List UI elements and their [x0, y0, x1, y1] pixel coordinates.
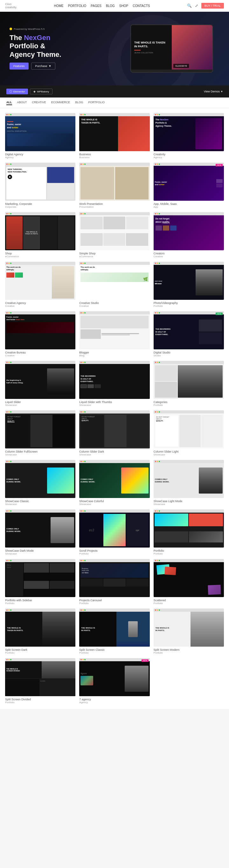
thumb-col-dark: DO NOT FORGETABOUT QUALITY. — [79, 410, 149, 448]
grid-item-showcase-colorful[interactable]: COMES ONLYDURING WORK. ShowCase Colorful… — [79, 460, 149, 506]
grid-item-portfolio-sidebar[interactable]: MenuItems Portfolio with Sidebar Portfol… — [5, 559, 76, 605]
new-badge: NEW — [216, 312, 223, 315]
tab-ecommerce[interactable]: ECOMMERCE — [51, 100, 70, 105]
thumb-creativity: The NexGenPortfolio &Agency Theme. — [153, 113, 224, 151]
grid-item-portfolio[interactable]: Portfolio Portfolio — [153, 509, 224, 555]
buy-button[interactable]: BUY / TRIAL — [201, 3, 224, 8]
tab-all[interactable]: ALL — [6, 100, 12, 105]
thumb-split-modern: THE WHOLE ISIN PARTS. — [153, 609, 224, 647]
thumb-projects-carousel: Businessleads withour ideas. — [79, 559, 149, 597]
grid-item-split-dark[interactable]: THE WHOLE ISTAKEN IN PARTS. Split Screen… — [5, 609, 76, 654]
purchase-button[interactable]: Purchase ▼ — [31, 63, 56, 69]
laptop-mockup: THE WHOLE IS TAKEN IN PARTS. JEANS COLLE… — [131, 25, 213, 73]
grid-item-scattered[interactable]: Scattered Portfolio — [153, 559, 224, 605]
tab-blog[interactable]: BLOG — [75, 100, 83, 105]
item-label: Digital Agency — [5, 153, 76, 156]
header-actions: 🔍 ⤢ BUY / TRIAL — [187, 3, 224, 8]
grid-item-scroll-projects[interactable]: es3 opi Scroll Projects Portfolio — [79, 509, 149, 555]
thumb-blogger — [79, 311, 149, 349]
grid-item-showcase-classic[interactable]: COMES ONLYDURING WORK. ShowCase Classic … — [5, 460, 76, 506]
grid-item-liquid-slider[interactable]: the beginning ishalf of every thing. Liq… — [5, 361, 76, 406]
tab-creative[interactable]: CREATIVE — [32, 100, 46, 105]
thumb-showcase-light: COMES ONLYDURING WORK. — [153, 460, 224, 498]
laptop-screen: THE WHOLE IS TAKEN IN PARTS. JEANS COLLE… — [131, 25, 212, 69]
grid-item-digital-agency[interactable]: Faster, easierand bolder DIGITAL DISRUPT… — [5, 113, 76, 159]
grid-item-creative-bureau[interactable]: Faster, easierand faster than ever. Crea… — [5, 311, 76, 357]
grid-item-split-modern[interactable]: THE WHOLE ISIN PARTS. Split Screen Moder… — [153, 609, 224, 654]
nav-contacts[interactable]: CONTACTS — [133, 4, 150, 8]
grid-item-work-presentation[interactable]: Work Presentation Presentation — [79, 163, 149, 208]
grid-item-column-fullscreen[interactable]: DO NOT FORGETABOUT QUALITY. Column Slide… — [5, 410, 76, 456]
laptop-base — [131, 69, 212, 72]
nav-portfolio[interactable]: PORTFOLIO — [68, 4, 87, 8]
search-icon[interactable]: 🔍 — [187, 3, 192, 8]
thumb-col-light: DO NOT FORGETABOUT QUALITY. — [153, 410, 224, 448]
features-button[interactable]: Features — [9, 63, 29, 69]
thumb-liquid-thumbs: THE BEGINNINGIS HALF OFEVERYTHING. — [79, 361, 149, 399]
filter-pills: ⬡ Elementor ◈ WPBakery — [6, 89, 53, 94]
grid-item-column-dark[interactable]: DO NOT FORGETABOUT QUALITY. Column Slide… — [79, 410, 149, 456]
grid-item-liquid-thumbs[interactable]: THE BEGINNINGIS HALF OFEVERYTHING. Liqui… — [79, 361, 149, 406]
grid-item-creativity[interactable]: The NexGenPortfolio &Agency Theme. Creat… — [153, 113, 224, 159]
grid-item-simple-shop[interactable]: Simple Shop eCommerce — [79, 212, 149, 258]
grid-item-photo-video[interactable]: not overtill over Photo/Videography Port… — [153, 262, 224, 307]
grid-item-creative-agency[interactable]: The work we dowillingly. Creative Agency… — [5, 262, 76, 307]
grid-item-business[interactable]: THE WHOLE ISTAKEN IN PARTS. Business Bus… — [79, 113, 149, 159]
nav-home[interactable]: HOME — [54, 4, 64, 8]
thumb-showcase-dark: COMES ONLYDURING WORK. — [5, 509, 76, 548]
wpbakery-filter[interactable]: ◈ WPBakery — [30, 89, 53, 94]
grid-item-creative-studio[interactable]: The work we dowillingly. 🌿 Creative Stud… — [79, 262, 149, 307]
grid-item-marketing[interactable]: NEW THINKING,NEW POSSIBILITIES. ▶ Market… — [5, 163, 76, 208]
thumb-digital-studio: THE BEGINNINGIS HALF OFEVERYTHING. NEW — [153, 311, 224, 349]
grid-item-7agency[interactable]: figure NEW 7 agency Agency — [79, 658, 149, 704]
tab-about[interactable]: ABOUT — [17, 100, 27, 105]
thumb-photo-video: not overtill over — [153, 262, 224, 300]
item-sublabel: Agency — [5, 156, 76, 159]
grid-item-split-divided[interactable]: THE WHOLE ISSCREEN DIVIDED subtitle Spli… — [5, 658, 76, 704]
grid-item-projects-carousel[interactable]: Businessleads withour ideas. Projects Ca… — [79, 559, 149, 605]
chevron-down-icon: ▾ — [221, 90, 223, 93]
hero-buttons: Features Purchase ▼ — [9, 63, 61, 69]
thumb-split-classic: THE WHOLE ISIN PARTS. — [79, 609, 149, 647]
thumb-business: THE WHOLE ISTAKEN IN PARTS. — [79, 113, 149, 151]
grid-item-column-light[interactable]: DO NOT FORGETABOUT QUALITY. Column Slide… — [153, 410, 224, 456]
hero-title: The NexGen Portfolio & Agency Theme. — [9, 34, 61, 59]
thumb-portfolio-sidebar: MenuItems — [5, 559, 76, 597]
grid-item-shop[interactable]: THE WHOLE ISTAKEN IN PARTS. Shop eCommer… — [5, 212, 76, 258]
badge-text: Powered by WordPress 5.5 — [14, 28, 45, 30]
grid-item-showcase-light[interactable]: COMES ONLYDURING WORK. ShowCase Light Mo… — [153, 460, 224, 506]
grid-item-categories[interactable]: Categories Portfolio — [153, 361, 224, 406]
main-nav: HOME PORTFOLIO PAGES BLOG SHOP CONTACTS — [54, 4, 150, 8]
nav-blog[interactable]: BLOG — [106, 4, 115, 8]
thumb-categories — [153, 361, 224, 399]
thumb-split-dark: THE WHOLE ISTAKEN IN PARTS. — [5, 609, 76, 647]
hero-section: Powered by WordPress 5.5 The NexGen Port… — [0, 12, 229, 86]
screen-divider — [134, 50, 141, 51]
thumb-showcase-colorful: COMES ONLYDURING WORK. — [79, 460, 149, 498]
grid-item-showcase-dark[interactable]: COMES ONLYDURING WORK. ShowCase Dark Mod… — [5, 509, 76, 555]
screen-subtitle: JEANS COLLECTION — [134, 52, 169, 54]
thumb-creative-agency: The work we dowillingly. — [5, 262, 76, 300]
grid-item-digital-studio[interactable]: THE BEGINNINGIS HALF OFEVERYTHING. NEW D… — [153, 311, 224, 357]
wpbakery-icon: ◈ — [33, 90, 36, 93]
grid-item-app[interactable]: Faster, easierand bolder NEW App, Mobile… — [153, 163, 224, 208]
thumb-app: Faster, easierand bolder NEW — [153, 163, 224, 201]
site-logo: Ciivo creativity. — [5, 3, 17, 9]
new-badge: NEW — [216, 164, 223, 166]
grid-item-blogger[interactable]: Blogger Blog — [79, 311, 149, 357]
elementor-filter[interactable]: ⬡ Elementor — [6, 89, 28, 94]
thumb-scroll-projects: es3 opi — [79, 509, 149, 548]
nav-shop[interactable]: SHOP — [119, 4, 128, 8]
thumb-split-divided: THE WHOLE ISSCREEN DIVIDED subtitle — [5, 658, 76, 696]
category-tabs: ALL ABOUT CREATIVE ECOMMERCE BLOG PORTFO… — [0, 97, 229, 108]
thumb-work — [79, 163, 149, 201]
nav-pages[interactable]: PAGES — [91, 4, 102, 8]
grid-item-creators[interactable]: Do not forgetabout quality. Creators Cre… — [153, 212, 224, 258]
site-header: Ciivo creativity. HOME PORTFOLIO PAGES B… — [0, 0, 229, 12]
tab-portfolio[interactable]: PORTFOLIO — [88, 100, 105, 105]
arrow-icon: ▼ — [49, 64, 52, 68]
screen-overlay: GLASSEYE — [173, 64, 189, 68]
grid-item-split-classic[interactable]: THE WHOLE ISIN PARTS. Split Screen Class… — [79, 609, 149, 654]
view-demos-button[interactable]: View Demos ▾ — [204, 90, 223, 93]
fullscreen-icon[interactable]: ⤢ — [195, 3, 198, 8]
